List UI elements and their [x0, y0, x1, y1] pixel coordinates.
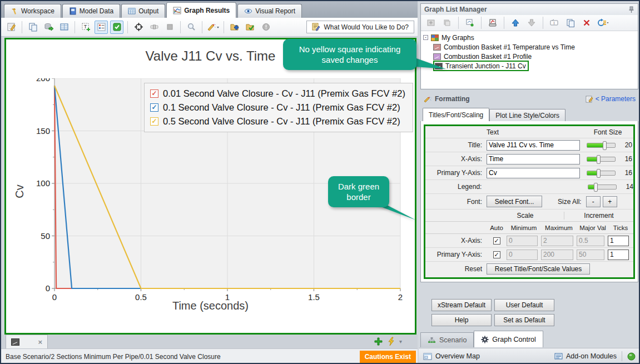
legend-font-size-slider[interactable] — [588, 185, 617, 190]
graph-list-manager-title: Graph List Manager — [424, 6, 487, 13]
y-axis-maximum-input[interactable] — [541, 250, 573, 260]
add-graph-button[interactable] — [463, 16, 477, 29]
graph-list-tree: - My Graphs Combustion Basket #1 Tempera… — [421, 31, 638, 88]
tab-visual-report[interactable]: Visual Report — [237, 4, 302, 18]
chart-legend: ✓0.01 Second Valve Closure - Cv - J11 (P… — [144, 83, 413, 132]
parameters-link[interactable]: < Parameters — [586, 95, 636, 103]
legend-item[interactable]: ✓0.1 Second Valve Closure - Cv - J11 (Pr… — [150, 101, 407, 114]
delete-graph-button[interactable] — [580, 16, 593, 29]
crosshair-button[interactable] — [132, 21, 145, 34]
tab-workspace[interactable]: Workspace — [4, 4, 61, 18]
refresh-graphs-button[interactable] — [596, 16, 609, 29]
legend-checkbox[interactable]: ✓ — [150, 103, 158, 112]
collapse-icon[interactable]: - — [423, 35, 428, 40]
svg-text:I: I — [554, 21, 555, 25]
y-axis-minimum-input[interactable] — [507, 250, 538, 260]
scale-section-header: Scale — [487, 212, 564, 220]
tree-item-graph[interactable]: Combustion Basket #1 Profile — [423, 52, 636, 61]
y-axis-ticks-input[interactable] — [608, 250, 629, 260]
size-all-plus-button[interactable]: + — [603, 196, 617, 207]
update-graph-in-list-button[interactable] — [244, 21, 257, 34]
add-graph-to-list-button[interactable] — [228, 21, 241, 34]
new-graph-tab-button[interactable] — [374, 337, 383, 346]
major-val-column-header: Major Val — [577, 225, 609, 231]
show-legend-button[interactable] — [95, 21, 108, 34]
x-axis-auto-checkbox[interactable]: ✓ — [493, 237, 500, 245]
gear-icon — [481, 336, 489, 343]
graph-icon — [173, 7, 181, 14]
tab-model-data[interactable]: Model Data — [62, 4, 120, 18]
primary-y-axis-row-label: Primary Y-Axis: — [425, 169, 487, 177]
xstream-default-button[interactable]: xStream Default — [431, 299, 492, 311]
what-would-you-like-to-do-button[interactable]: What Would You Like to Do? — [306, 21, 414, 33]
size-all-minus-button[interactable]: - — [586, 196, 601, 207]
x-axis-font-size-slider[interactable] — [587, 157, 616, 162]
graph-item-icon — [433, 44, 441, 51]
y-axis-major-val-input[interactable] — [577, 250, 604, 260]
table-icon — [128, 7, 136, 15]
set-as-default-button[interactable]: Set as Default — [494, 314, 554, 326]
primary-y-axis-text-input[interactable] — [487, 168, 580, 178]
tab-graph-control[interactable]: Graph Control — [474, 331, 543, 347]
primary-y-axis-font-size-slider[interactable] — [587, 171, 616, 176]
show-checkboxes-button[interactable] — [110, 21, 123, 34]
tab-output[interactable]: Output — [121, 4, 165, 18]
title-font-size-slider[interactable] — [587, 143, 616, 148]
format-wand-button[interactable] — [206, 21, 220, 34]
toolbar-separator — [458, 17, 459, 29]
addon-modules-button[interactable]: Add-on Modules — [554, 352, 617, 360]
tab-scenario[interactable]: Scenario — [420, 332, 474, 347]
quick-graph-lightning-button[interactable] — [388, 337, 395, 346]
legend-item[interactable]: ✓0.5 Second Valve Closure - Cv - J11 (Pr… — [150, 114, 407, 128]
pin-icon[interactable] — [628, 6, 634, 13]
x-axis-text-input[interactable] — [487, 154, 580, 164]
rename-graph-button[interactable]: I — [548, 16, 561, 29]
x-axis-ticks-input[interactable] — [608, 236, 629, 246]
duplicate-graph-button[interactable] — [564, 16, 577, 29]
select-font-button[interactable]: Select Font... — [487, 196, 542, 207]
tree-root-my-graphs[interactable]: - My Graphs — [423, 33, 636, 42]
side-tab-strip: Scenario Graph Control — [420, 331, 638, 347]
show-data-table-button[interactable] — [57, 21, 71, 34]
tree-item-graph[interactable]: Combustion Basket #1 Temperature vs Time — [423, 42, 636, 52]
move-up-button[interactable] — [509, 16, 522, 29]
add-text-button[interactable]: T — [79, 21, 92, 34]
tree-item-graph-selected[interactable]: Transient Junction - J11 Cv — [423, 61, 636, 71]
close-graph-tab-icon[interactable]: × — [38, 338, 42, 346]
reset-row-label: Reset — [425, 265, 487, 273]
move-down-button[interactable] — [525, 16, 538, 29]
tab-plot-line-style-colors[interactable]: Plot Line Style/Colors — [489, 109, 565, 121]
legend-font-size-value: 14 — [621, 183, 633, 191]
edit-graph-button[interactable] — [4, 21, 18, 34]
cautions-exist-badge[interactable]: Cautions Exist — [360, 351, 416, 363]
x-axis-row-label: X-Axis: — [425, 155, 487, 163]
y-axis-auto-checkbox[interactable]: ✓ — [493, 251, 500, 258]
load-multiple-button[interactable] — [440, 16, 454, 29]
load-graph-button[interactable] — [424, 16, 438, 29]
x-axis-major-val-input[interactable] — [577, 236, 604, 246]
reset-title-font-scale-button[interactable]: Reset Title/Font/Scale Values — [487, 263, 590, 275]
zoom-button[interactable] — [185, 21, 198, 34]
help-button[interactable]: Help — [431, 314, 492, 326]
warning-button[interactable] — [259, 21, 272, 34]
legend-checkbox[interactable]: ✓ — [150, 117, 158, 126]
legend-checkbox[interactable]: ✓ — [150, 89, 158, 98]
slider-tool-button[interactable] — [147, 21, 161, 34]
x-axis-maximum-input[interactable] — [541, 236, 573, 246]
graph-tab-strip: × ▾ — [1, 335, 418, 348]
tab-graph-results[interactable]: Graph Results — [166, 2, 236, 18]
legend-item[interactable]: ✓0.01 Second Valve Closure - Cv - J11 (P… — [150, 87, 407, 101]
title-text-input[interactable] — [487, 140, 580, 151]
stop-button[interactable] — [163, 21, 176, 34]
selected-item-highlight: Transient Junction - J11 Cv — [433, 61, 529, 71]
print-preview-button[interactable] — [486, 16, 499, 29]
title-font-size-value: 20 — [620, 141, 632, 149]
user-default-button[interactable]: User Default — [494, 299, 554, 311]
x-axis-minimum-input[interactable] — [507, 236, 538, 246]
export-data-button[interactable] — [42, 21, 55, 34]
copy-graph-button[interactable] — [26, 21, 39, 34]
lightning-dropdown-caret[interactable]: ▾ — [399, 338, 402, 345]
graph-tab[interactable]: × — [6, 335, 48, 348]
overview-map-button[interactable]: Overview Map — [423, 352, 480, 360]
tab-titles-font-scaling[interactable]: Titles/Font/Scaling — [423, 108, 489, 121]
